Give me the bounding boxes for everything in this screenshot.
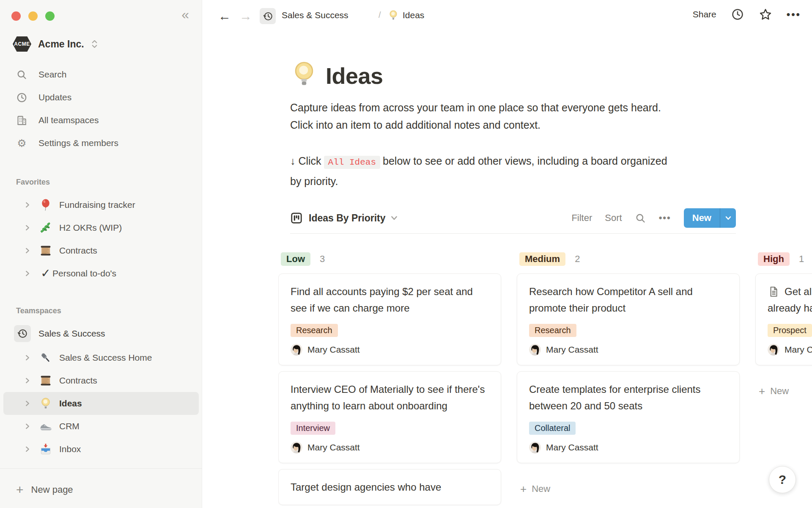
column-count: 3 (320, 254, 325, 265)
favorite-star-icon[interactable] (759, 8, 772, 21)
document-icon (768, 286, 779, 298)
filter-button[interactable]: Filter (571, 213, 592, 224)
sidebar-item-h2-okrs[interactable]: H2 OKRs (WIP) (3, 216, 199, 239)
board-view-icon (290, 212, 303, 224)
zoom-window-button[interactable] (45, 11, 55, 21)
page-history-clock-icon[interactable] (731, 8, 744, 21)
sort-button[interactable]: Sort (605, 213, 622, 224)
column-header-medium[interactable]: Medium 2 (517, 251, 740, 268)
board-card[interactable]: Research how Competitor A sell and promo… (517, 273, 740, 365)
tag-badge: Research (529, 324, 576, 337)
chevron-right-icon[interactable] (24, 354, 31, 362)
chevron-right-icon[interactable] (24, 377, 31, 384)
teamspace-pages: Sales & Success Home Contracts Ideas CRM… (0, 346, 202, 461)
board-card[interactable]: Get all already ha Prospect Mary C (755, 273, 812, 365)
tag-badge: Interview (291, 422, 335, 435)
breadcrumb-teamspace-icon[interactable] (260, 8, 276, 24)
chevron-right-icon[interactable] (24, 400, 31, 407)
new-button-dropdown[interactable] (720, 208, 736, 228)
breadcrumb-page[interactable]: Ideas (403, 10, 424, 20)
share-button[interactable]: Share (693, 9, 716, 19)
forward-arrow-icon[interactable]: → (239, 9, 252, 23)
status-badge[interactable]: High (758, 252, 790, 266)
chevron-right-icon[interactable] (24, 224, 31, 232)
balloon-icon (39, 198, 52, 212)
close-window-button[interactable] (11, 11, 21, 21)
card-assignee: Mary C (768, 344, 812, 356)
chevron-down-icon[interactable] (390, 214, 398, 222)
tip-prefix: ↓ Click (290, 155, 321, 167)
sidebar-menu: Search Updates All teamspaces ⚙ Settings… (0, 63, 202, 155)
sidebar-item-updates[interactable]: Updates (0, 86, 202, 109)
favorites-section-label: Favorites (16, 178, 50, 187)
board-card[interactable]: Create templates for enterprise clients … (517, 371, 740, 463)
board-card[interactable]: Target design agencies who have (278, 469, 501, 505)
chevron-right-icon[interactable] (24, 201, 31, 209)
status-badge[interactable]: Medium (519, 252, 565, 266)
chevron-right-icon[interactable] (24, 422, 31, 430)
card-assignee: Mary Cassatt (529, 344, 727, 356)
plus-icon: + (16, 483, 24, 496)
workspace-name: Acme Inc. (38, 39, 84, 50)
card-title: Get all already ha (768, 283, 812, 316)
add-card-button[interactable]: + New (755, 386, 789, 397)
page-icon-light-bulb[interactable] (289, 59, 319, 89)
avatar (529, 442, 541, 453)
status-badge[interactable]: Low (281, 252, 310, 266)
sidebar-item-personal-todos[interactable]: ✓ Personal to-do's (3, 262, 199, 285)
plus-icon: + (759, 386, 765, 397)
chevron-right-icon[interactable] (24, 445, 31, 453)
scroll-icon (39, 244, 52, 257)
card-assignee: Mary Cassatt (291, 442, 489, 453)
back-arrow-icon[interactable]: ← (218, 9, 231, 23)
workspace-switcher[interactable]: ACME Acme Inc. (13, 36, 98, 52)
breadcrumb-separator: / (379, 10, 381, 20)
herb-icon (39, 221, 52, 235)
chevron-right-icon[interactable] (24, 247, 31, 254)
light-bulb-icon (387, 9, 399, 21)
sidebar-item-inbox[interactable]: Inbox (3, 438, 199, 461)
scroll-icon (39, 374, 52, 387)
clock-icon (16, 92, 27, 103)
sidebar-item-sales-success-home[interactable]: Sales & Success Home (3, 346, 199, 369)
view-name[interactable]: Ideas By Priority (309, 213, 386, 224)
sidebar-item-crm[interactable]: CRM (3, 415, 199, 438)
add-card-button[interactable]: + New (517, 483, 550, 494)
collapse-sidebar-icon[interactable]: « (181, 8, 189, 21)
column-header-high[interactable]: High 1 (755, 251, 812, 268)
avatar (529, 344, 541, 356)
page-title: Ideas (326, 63, 383, 89)
new-button[interactable]: New (684, 208, 736, 228)
more-options-icon[interactable]: ••• (787, 8, 801, 20)
sidebar-item-contracts-favorite[interactable]: Contracts (3, 239, 199, 262)
sidebar-item-settings-members[interactable]: ⚙ Settings & members (0, 132, 202, 155)
tip-inline-code: All Ideas (324, 156, 380, 169)
board-card[interactable]: Find all accounts paying $2 per seat and… (278, 273, 501, 365)
column-header-low[interactable]: Low 3 (278, 251, 501, 268)
tip-line2: by priority. (290, 172, 755, 191)
board-card[interactable]: Interview CEO of Materially to see if th… (278, 371, 501, 463)
sidebar-item-ideas[interactable]: Ideas (3, 392, 199, 415)
avatar (291, 442, 302, 453)
card-assignee: Mary Cassatt (529, 442, 727, 453)
avatar (291, 344, 302, 356)
search-icon[interactable] (635, 213, 646, 224)
new-page-button[interactable]: + New page (0, 478, 202, 501)
minimize-window-button[interactable] (28, 11, 38, 21)
chevron-down-icon (724, 214, 732, 222)
sidebar-item-search[interactable]: Search (0, 63, 202, 86)
card-assignee: Mary Cassatt (291, 344, 489, 356)
teamspace-icon-badge (14, 325, 31, 342)
chevron-right-icon[interactable] (24, 270, 31, 277)
toolbar-divider (290, 233, 736, 234)
view-toolbar: Ideas By Priority Filter Sort ••• New (290, 207, 736, 229)
sidebar-item-contracts[interactable]: Contracts (3, 369, 199, 392)
topbar-actions: Share ••• (693, 8, 801, 21)
sidebar-item-sales-success-teamspace[interactable]: Sales & Success (0, 322, 202, 345)
breadcrumb-teamspace[interactable]: Sales & Success (282, 10, 348, 20)
sidebar-item-fundraising-tracker[interactable]: Fundraising tracker (3, 193, 199, 216)
search-icon (16, 69, 27, 80)
help-button[interactable]: ? (769, 466, 796, 493)
sidebar-item-all-teamspaces[interactable]: All teamspaces (0, 109, 202, 132)
view-options-icon[interactable]: ••• (659, 213, 671, 224)
